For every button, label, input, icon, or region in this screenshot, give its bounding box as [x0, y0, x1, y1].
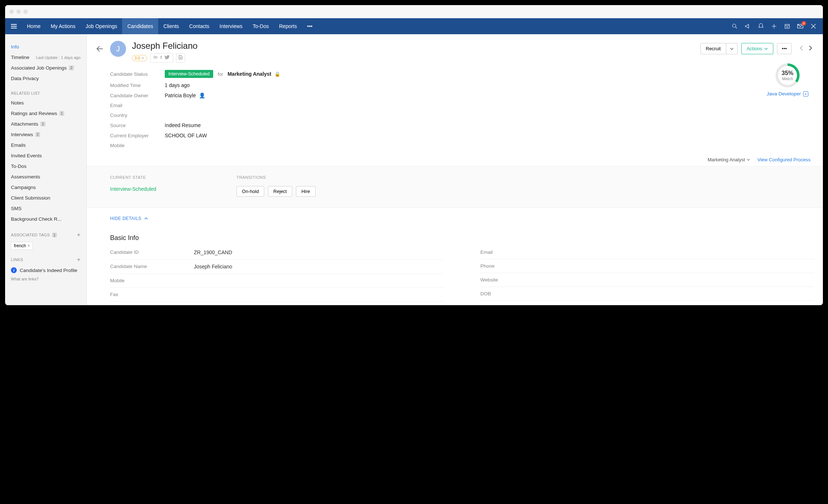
transitions-header: TRANSITIONS — [237, 175, 316, 180]
source-value: Indeed Resume — [165, 122, 201, 128]
indeed-icon: i — [11, 267, 17, 273]
add-link-icon[interactable]: + — [77, 256, 81, 263]
tags-header: ASSOCIATED TAGS1+ — [5, 227, 86, 240]
sidebar-interviews[interactable]: Interviews2 — [11, 129, 81, 140]
sidebar-sms[interactable]: SMS — [11, 203, 81, 214]
left-sidebar: Info TimelineLast Update : 1 days ago As… — [5, 34, 87, 305]
candidate-name: Joseph Feliciano — [132, 41, 198, 51]
nav-interviews[interactable]: Interviews — [214, 18, 247, 34]
window-close-dot[interactable] — [9, 9, 14, 14]
nav-job-openings[interactable]: Job Openings — [81, 18, 122, 34]
process-row: Marketing Analyst View Configured Proces… — [87, 155, 823, 166]
facebook-icon[interactable]: f — [160, 55, 162, 61]
sidebar-attachments[interactable]: Attachments1 — [11, 119, 81, 129]
header-actions: Recruit Actions ••• — [700, 43, 814, 54]
calendar-icon[interactable]: 31 — [784, 23, 791, 30]
sidebar-data-privacy[interactable]: Data Privacy — [11, 73, 81, 84]
document-icon[interactable] — [176, 53, 185, 63]
recruit-dropdown[interactable] — [726, 43, 738, 54]
sidebar-assoc-jobs[interactable]: Associated Job Openings2 — [11, 63, 81, 73]
nav-icons: 31 4 — [731, 23, 819, 30]
nav-contacts[interactable]: Contacts — [184, 18, 214, 34]
tools-icon[interactable] — [810, 23, 817, 30]
sidebar-timeline[interactable]: TimelineLast Update : 1 days ago — [11, 52, 81, 63]
nav-todos[interactable]: To-Dos — [247, 18, 274, 34]
sidebar-notes[interactable]: Notes — [11, 98, 81, 108]
menu-icon[interactable] — [9, 22, 19, 31]
lock-icon: 🔒 — [274, 71, 280, 77]
rating-chip[interactable]: 3.0★ — [132, 55, 147, 61]
current-state-value: Interview-Scheduled — [110, 186, 156, 192]
announce-icon[interactable] — [744, 23, 751, 30]
search-icon[interactable] — [731, 23, 738, 30]
remove-tag-icon[interactable]: × — [27, 243, 30, 248]
bell-icon[interactable] — [757, 23, 765, 30]
recruit-button[interactable]: Recruit — [700, 43, 726, 54]
nav-more[interactable]: ••• — [302, 18, 318, 34]
sidebar-bg-check[interactable]: Background Check R... — [11, 214, 81, 224]
reject-button[interactable]: Reject — [268, 186, 292, 197]
tag-french[interactable]: french× — [11, 242, 33, 250]
linkedin-icon[interactable]: in — [153, 55, 157, 61]
window-min-dot[interactable] — [16, 9, 21, 14]
match-label: Match — [782, 76, 793, 81]
twitter-icon[interactable] — [165, 55, 170, 61]
match-percent: 35% — [782, 70, 793, 76]
status-job[interactable]: Marketing Analyst — [227, 71, 271, 77]
link-indeed-profile[interactable]: iCandidate's Indeed Profile — [5, 265, 86, 275]
employer-value: SCHOOL OF LAW — [165, 133, 207, 138]
actions-button[interactable]: Actions — [741, 43, 774, 54]
nav-candidates[interactable]: Candidates — [122, 18, 158, 34]
candidate-avatar: J — [110, 41, 126, 57]
basic-info-title: Basic Info — [110, 234, 814, 242]
nav-reports[interactable]: Reports — [274, 18, 302, 34]
sidebar-todos[interactable]: To-Dos — [11, 161, 81, 172]
person-icon[interactable]: 👤 — [199, 92, 205, 98]
prev-record-icon[interactable] — [798, 44, 805, 54]
process-selector[interactable]: Marketing Analyst — [708, 157, 750, 162]
svg-point-0 — [733, 24, 736, 27]
mail-icon[interactable]: 4 — [797, 23, 804, 30]
details-section: HIDE DETAILS Basic Info Candidate IDZR_1… — [87, 208, 823, 305]
add-match-job-icon[interactable]: + — [803, 91, 808, 97]
candidate-name-value: Joseph Feliciano — [194, 264, 232, 269]
links-hint[interactable]: What are links? — [5, 275, 86, 285]
plus-icon[interactable] — [770, 23, 778, 30]
main-content: J Joseph Feliciano 3.0★ in f — [87, 34, 823, 305]
hire-button[interactable]: Hire — [296, 186, 316, 197]
sidebar-campaigns[interactable]: Campaigns — [11, 182, 81, 193]
hide-details-toggle[interactable]: HIDE DETAILS — [110, 216, 814, 221]
svg-text:31: 31 — [786, 26, 789, 28]
nav-my-actions[interactable]: My Actions — [46, 18, 81, 34]
status-pill: Interview-Scheduled — [165, 70, 213, 78]
sidebar-invited-events[interactable]: Invited Events — [11, 150, 81, 161]
sidebar-client-submission[interactable]: Client Submission — [11, 193, 81, 203]
sidebar-ratings[interactable]: Ratings and Reviews1 — [11, 108, 81, 119]
state-panel: CURRENT STATE Interview-Scheduled TRANSI… — [87, 166, 823, 208]
owner-value: Patricia Boyle — [165, 92, 196, 98]
svg-line-1 — [735, 27, 737, 28]
nav-tabs: Home My Actions Job Openings Candidates … — [22, 18, 317, 34]
add-tag-icon[interactable]: + — [77, 232, 81, 238]
sidebar-emails[interactable]: Emails — [11, 140, 81, 150]
window-titlebar — [5, 5, 823, 18]
social-links: in f — [150, 53, 173, 63]
star-icon: ★ — [141, 56, 145, 60]
top-nav: Home My Actions Job Openings Candidates … — [5, 18, 823, 34]
match-job-link[interactable]: Java Developer+ — [767, 91, 808, 97]
view-configured-process-link[interactable]: View Configured Process — [757, 157, 811, 162]
timeline-sub: Last Update : 1 days ago — [36, 55, 81, 60]
next-record-icon[interactable] — [807, 44, 814, 54]
nav-home[interactable]: Home — [22, 18, 46, 34]
candidate-info: Candidate StatusInterview-ScheduledforMa… — [87, 66, 823, 155]
sidebar-info[interactable]: Info — [11, 42, 81, 52]
nav-clients[interactable]: Clients — [158, 18, 184, 34]
match-ring: 35%Match — [776, 63, 800, 87]
window-max-dot[interactable] — [23, 9, 28, 14]
app-window: Home My Actions Job Openings Candidates … — [5, 5, 823, 305]
links-header: LINKS+ — [5, 251, 86, 265]
sidebar-assessments[interactable]: Assessments — [11, 172, 81, 182]
onhold-button[interactable]: On-hold — [237, 186, 264, 197]
back-arrow-icon[interactable] — [95, 44, 104, 55]
more-actions-button[interactable]: ••• — [777, 43, 792, 54]
